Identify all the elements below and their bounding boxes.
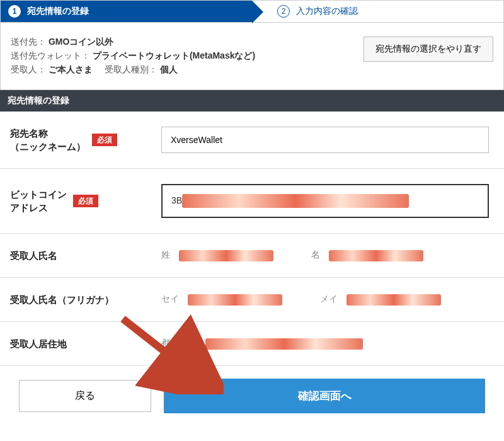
summary-wallet-key: 送付先ウォレット： — [11, 50, 90, 60]
step-1-number-icon: 1 — [8, 5, 21, 18]
summary-recipient-type-key: 受取人種別： — [105, 64, 158, 74]
row-recipient-kana: 受取人氏名（フリガナ） セイ メイ — [0, 278, 504, 322]
firstname-label: 名 — [311, 249, 320, 260]
row-recipient-name: 受取人氏名 姓 名 — [0, 234, 504, 278]
summary-recipient-key: 受取人： — [11, 64, 46, 74]
redacted-icon — [182, 194, 409, 208]
step-1: 1 宛先情報の登録 — [1, 1, 252, 22]
step-1-label: 宛先情報の登録 — [27, 6, 89, 17]
redacted-icon — [205, 338, 363, 350]
btc-address-label: ビットコイン アドレス — [10, 188, 67, 214]
summary-box: 送付先： GMOコイン以外 送付先ウォレット： プライベートウォレット(Meta… — [0, 23, 504, 90]
step-2: 2 入力内容の確認 — [252, 1, 503, 22]
nickname-label: 宛先名称 （ニックネーム） — [10, 127, 86, 153]
summary-recipient-val: ご本人さま — [49, 64, 93, 74]
row-residence: 受取人居住地 都市・州 — [0, 322, 504, 366]
redo-selection-button[interactable]: 宛先情報の選択をやり直す — [364, 37, 493, 62]
step-bar: 1 宛先情報の登録 2 入力内容の確認 — [0, 0, 504, 23]
back-button[interactable]: 戻る — [19, 380, 151, 412]
summary-dest-key: 送付先： — [11, 37, 46, 47]
redacted-icon — [179, 250, 273, 261]
nickname-input[interactable] — [161, 127, 489, 153]
summary-recipient-type-val: 個人 — [160, 64, 178, 74]
redacted-icon — [188, 294, 282, 306]
step-2-label: 入力内容の確認 — [296, 6, 358, 17]
step-2-number-icon: 2 — [277, 5, 290, 18]
summary-wallet-val: プライベートウォレット(MetaMaskなど) — [93, 50, 255, 60]
recipient-name-label: 受取人氏名 — [10, 249, 57, 262]
required-badge: 必須 — [92, 134, 117, 147]
btc-address-input[interactable]: 3B — [161, 184, 489, 218]
recipient-kana-label: 受取人氏名（フリガナ） — [10, 293, 114, 306]
kana-first-label: メイ — [320, 294, 338, 304]
required-badge: 必須 — [73, 195, 98, 208]
lastname-label: 姓 — [161, 249, 170, 260]
residence-label: 受取人居住地 — [10, 337, 67, 350]
row-nickname: 宛先名称 （ニックネーム） 必須 — [0, 112, 504, 169]
row-btc-address: ビットコイン アドレス 必須 3B — [0, 169, 504, 234]
redacted-icon — [346, 294, 441, 306]
confirm-button[interactable]: 確認画面へ — [164, 379, 485, 413]
btc-address-prefix: 3B — [171, 195, 182, 205]
kana-last-label: セイ — [161, 294, 179, 304]
section-header: 宛先情報の登録 — [0, 90, 504, 112]
summary-dest-val: GMOコイン以外 — [49, 37, 113, 47]
redacted-icon — [329, 250, 423, 261]
city-label: 都市・州 — [161, 338, 197, 348]
